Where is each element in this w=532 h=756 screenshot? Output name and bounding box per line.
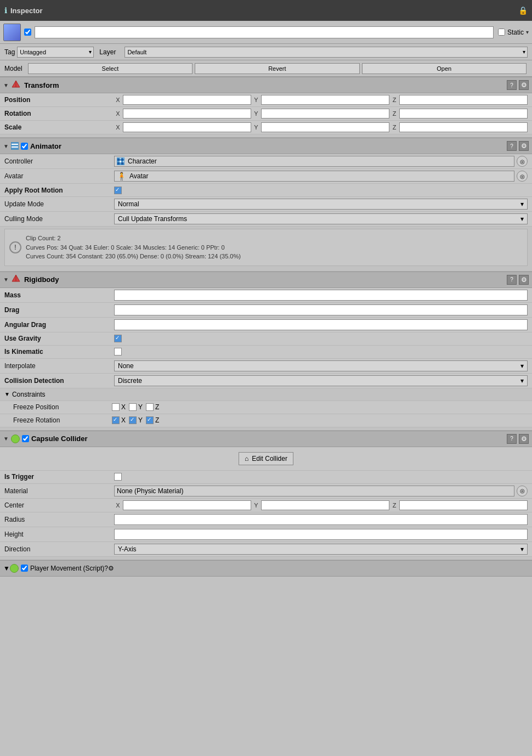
model-select-button[interactable]: Select [28,63,193,74]
position-x-label: X [114,97,122,103]
scale-y-input[interactable]: 1 [261,122,389,132]
culling-mode-dropdown[interactable]: Cull Update Transforms ▾ [114,213,528,224]
position-z-input[interactable]: 0 [399,95,528,105]
freeze-pos-x-checkbox[interactable] [112,403,120,411]
is-kinematic-label: Is Kinematic [4,348,114,356]
player-movement-gear-button[interactable]: ⚙ [108,565,114,572]
is-trigger-checkbox[interactable] [114,473,122,481]
direction-row: Direction Y-Axis ▾ [0,542,532,557]
player-movement-help-button[interactable]: ? [104,565,108,572]
layer-select-wrapper[interactable]: Default [124,47,528,58]
animator-help-button[interactable]: ? [507,141,517,151]
is-kinematic-checkbox[interactable] [114,348,122,356]
info-circle-icon: ℹ [4,6,7,15]
header-bar: ℹ Inspector 🔒 [0,0,532,21]
rotation-x-label: X [114,110,122,117]
controller-grid-icon [117,157,124,165]
controller-row: Controller Character ◎ [0,154,532,169]
scale-z-label: Z [390,124,398,131]
use-gravity-checkbox[interactable]: ✓ [114,335,122,342]
position-x-input[interactable]: -5.32 [123,95,251,105]
material-label: Material [4,487,114,495]
freeze-rot-z-checkbox[interactable]: ✓ [146,416,154,424]
scale-x-input[interactable]: 1 [123,122,251,132]
rotation-x-input[interactable]: 0 [123,109,251,119]
layer-select[interactable]: Default [124,47,528,58]
animator-gear-button[interactable]: ⚙ [519,141,529,151]
freeze-rot-z-label: Z [155,416,159,424]
constraints-arrow: ▼ [4,391,10,397]
rigidbody-arrow: ▼ [3,277,9,283]
material-row: Material None (Physic Material) ◎ [0,484,532,499]
direction-label: Direction [4,545,114,553]
direction-value: Y-Axis [118,545,137,553]
culling-mode-row: Culling Mode Cull Update Transforms ▾ [0,212,532,227]
avatar-row: Avatar 🧍 Avatar ◎ [0,169,532,184]
height-input[interactable]: 5.58 [114,529,528,540]
radius-input[interactable]: 1.2 [114,514,528,525]
tag-select[interactable]: Untagged [17,47,94,58]
avatar-input[interactable]: 🧍 Avatar [114,171,514,182]
info-icon-circle: ! [9,241,21,253]
lock-icon[interactable]: 🔒 [518,6,528,15]
center-x-input[interactable]: 0.08 [123,500,251,510]
culling-mode-label: Culling Mode [4,215,114,223]
freeze-rot-x-label: X [121,416,126,424]
capsule-collider-help-button[interactable]: ? [507,434,517,444]
static-dropdown-arrow[interactable]: ▾ [526,29,529,35]
position-y-input[interactable]: -3.4 [261,95,389,105]
transform-gear-button[interactable]: ⚙ [519,80,529,90]
collision-detection-row: Collision Detection Discrete ▾ [0,374,532,388]
capsule-collider-active-checkbox[interactable] [22,435,29,442]
avatar-circle-button[interactable]: ◎ [517,171,528,182]
model-revert-button[interactable]: Revert [195,63,359,74]
freeze-rot-y-checkbox[interactable]: ✓ [129,416,137,424]
update-mode-row: Update Mode Normal ▾ [0,197,532,212]
freeze-rotation-y: ✓ Y [129,416,143,424]
interpolate-row: Interpolate None ▾ [0,359,532,374]
drag-input[interactable]: 0 [114,304,528,315]
rigidbody-gear-button[interactable]: ⚙ [519,275,529,285]
tag-select-wrapper[interactable]: Untagged [17,47,94,58]
player-movement-icon [10,564,19,573]
scale-z-input[interactable]: 1 [399,122,528,132]
material-circle-button[interactable]: ◎ [517,486,528,497]
capsule-collider-gear-button[interactable]: ⚙ [519,434,529,444]
angular-drag-row: Angular Drag 0.05 [0,318,532,332]
is-trigger-row: Is Trigger [0,471,532,484]
object-active-checkbox[interactable] [24,29,31,36]
static-checkbox[interactable] [498,29,505,36]
collision-detection-dropdown[interactable]: Discrete ▾ [114,375,528,386]
interpolate-arrow: ▾ [520,362,524,370]
animator-active-checkbox[interactable] [21,143,28,150]
model-open-button[interactable]: Open [362,63,527,74]
edit-collider-button[interactable]: ⌂ Edit Collider [239,452,293,465]
freeze-pos-y-checkbox[interactable] [129,403,137,411]
inspector-title: Inspector [10,7,43,15]
center-y-input[interactable]: 2.95 [261,500,389,510]
object-bar: Character Static ▾ [0,21,532,44]
apply-root-motion-checkbox[interactable]: ✓ [114,187,122,194]
controller-input[interactable]: Character [114,156,514,167]
freeze-rot-x-checkbox[interactable]: ✓ [112,416,120,424]
rigidbody-help-button[interactable]: ? [507,275,517,285]
material-input[interactable]: None (Physic Material) [114,486,514,497]
angular-drag-input[interactable]: 0.05 [114,319,528,330]
rotation-y-input[interactable]: 270 [261,109,389,119]
update-mode-dropdown[interactable]: Normal ▾ [114,199,528,210]
player-movement-active-checkbox[interactable] [21,565,28,572]
center-x-label: X [114,502,122,509]
culling-mode-arrow: ▾ [520,215,524,223]
mass-input[interactable]: 1 [114,290,528,301]
rotation-z-input[interactable]: 0 [399,109,528,119]
interpolate-dropdown[interactable]: None ▾ [114,360,528,371]
controller-circle-button[interactable]: ◎ [517,156,528,167]
freeze-pos-z-checkbox[interactable] [146,403,154,411]
center-z-input[interactable]: 0 [399,500,528,510]
animator-icon-group [11,142,19,150]
direction-dropdown[interactable]: Y-Axis ▾ [114,544,528,555]
info-line-1: Clip Count: 2 [26,234,522,243]
object-name-input[interactable]: Character [35,26,494,38]
transform-help-button[interactable]: ? [507,80,517,90]
center-row: Center X 0.08 Y 2.95 Z 0 [0,499,532,512]
